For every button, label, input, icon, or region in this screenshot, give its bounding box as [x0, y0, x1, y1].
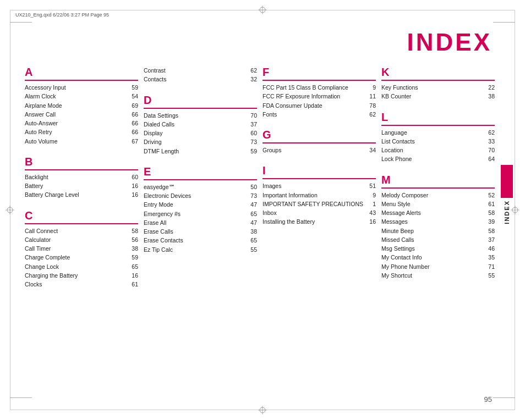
entry-name: Electronic Devices: [144, 191, 191, 200]
entry-page: 59: [127, 83, 138, 92]
list-item: My Contact Info35: [381, 253, 495, 262]
entry-page: 66: [127, 110, 138, 119]
entry-page: 9: [365, 191, 376, 200]
list-item: Charging the Battery16: [25, 271, 138, 280]
section-letter-L: L: [381, 111, 495, 126]
entry-name: Call Timer: [25, 244, 51, 253]
entry-name: Backlight: [25, 173, 48, 181]
entry-page: 62: [484, 128, 495, 137]
entry-page: 38: [127, 244, 138, 253]
deco-line-right-top: [493, 22, 515, 23]
entry-page: 67: [127, 137, 138, 146]
entry-name: Change Lock: [25, 262, 59, 271]
entry-name: Airplane Mode: [25, 101, 62, 110]
list-item: KB Counter38: [381, 92, 495, 101]
section-col3-I: IImages51Important Information9IMPORTANT…: [262, 164, 376, 226]
section-col3-F: FFCC Part 15 Class B Compliance9FCC RF E…: [262, 66, 376, 119]
index-content: AAccessory Input59Alarm Clock54Airplane …: [25, 66, 500, 393]
entry-name: Driving: [144, 137, 162, 146]
list-item: Erase Contacts65: [144, 236, 257, 245]
list-item: Images51: [262, 181, 376, 190]
section-letter-C: C: [25, 209, 138, 224]
entry-page: 55: [484, 271, 495, 280]
entry-name: Erase All: [144, 218, 166, 227]
entry-page: 16: [127, 271, 138, 280]
entry-name: My Shortcut: [381, 271, 412, 280]
entry-page: 71: [484, 262, 495, 271]
list-item: Data Settings70: [144, 111, 257, 120]
column-col1: AAccessory Input59Alarm Clock54Airplane …: [25, 66, 144, 393]
entry-name: List Contacts: [381, 137, 415, 146]
entry-name: Call Connect: [25, 226, 58, 235]
list-item: Melody Composer52: [381, 191, 495, 200]
entry-name: Key Functions: [381, 83, 418, 92]
entry-name: Language: [381, 128, 407, 137]
deco-line-left-top: [10, 22, 32, 23]
entry-page: 58: [127, 226, 138, 235]
entry-page: 69: [127, 101, 138, 110]
deco-line-right-bottom: [493, 397, 515, 398]
list-item: Auto Retry66: [25, 128, 138, 136]
section-letter-E: E: [144, 165, 257, 180]
entry-name: Contrast: [144, 66, 166, 75]
list-item: Answer Call66: [25, 110, 138, 119]
list-item: Contrast62: [144, 66, 257, 75]
entry-page: 46: [484, 244, 495, 253]
entry-name: Inbox: [262, 208, 277, 217]
column-col3: FFCC Part 15 Class B Compliance9FCC RF E…: [262, 66, 381, 393]
file-info: UX210_Eng.qxd 6/22/06 3:27 PM Page 95: [15, 12, 109, 18]
section-col2-E: Eeasyedge℠50Electronic Devices73Entry Mo…: [144, 165, 257, 254]
entry-page: 58: [484, 226, 495, 235]
list-item: Language62: [381, 128, 495, 137]
entry-name: My Contact Info: [381, 253, 422, 262]
list-item: Minute Beep58: [381, 226, 495, 235]
entry-page: 11: [365, 92, 376, 101]
list-item: Installing the Battery16: [262, 217, 376, 226]
list-item: Message Alerts58: [381, 208, 495, 217]
entry-name: Alarm Clock: [25, 92, 56, 101]
entry-name: Data Settings: [144, 111, 178, 120]
entry-name: Erase Calls: [144, 227, 173, 236]
list-item: easyedge℠50: [144, 183, 257, 191]
list-item: DTMF Length59: [144, 147, 257, 156]
entry-page: 34: [365, 146, 376, 154]
entry-name: Accessory Input: [25, 83, 66, 92]
entry-name: Installing the Battery: [262, 217, 315, 226]
list-item: Fonts62: [262, 110, 376, 119]
list-item: Lock Phone64: [381, 154, 495, 163]
list-item: Backlight60: [25, 173, 138, 181]
entry-page: 66: [127, 119, 138, 128]
list-item: Emergency #s65: [144, 209, 257, 218]
list-item: Airplane Mode69: [25, 101, 138, 110]
entry-name: Display: [144, 129, 162, 137]
entry-name: easyedge℠: [144, 183, 175, 191]
entry-page: 47: [246, 200, 257, 209]
entry-page: 60: [127, 173, 138, 181]
section-col1-C: CCall Connect58Calculator56Call Timer38C…: [25, 209, 138, 289]
entry-name: Battery: [25, 181, 43, 190]
list-item: Electronic Devices73: [144, 191, 257, 200]
section-letter-A: A: [25, 66, 138, 81]
entry-page: 9: [365, 83, 376, 92]
entry-name: Minute Beep: [381, 226, 414, 235]
section-col2-cont: Contrast62Contacts32: [144, 66, 257, 84]
entry-name: Dialed Calls: [144, 120, 174, 129]
entry-name: Fonts: [262, 110, 277, 119]
entry-name: KB Counter: [381, 92, 411, 101]
reg-mark-bottom: [258, 406, 267, 415]
entry-name: Emergency #s: [144, 209, 181, 218]
entry-page: 22: [484, 83, 495, 92]
entry-page: 43: [365, 208, 376, 217]
entry-page: 66: [127, 128, 138, 136]
entry-name: Ez Tip Calc: [144, 245, 173, 254]
entry-name: FCC Part 15 Class B Compliance: [262, 83, 348, 92]
list-item: Erase Calls38: [144, 227, 257, 236]
entry-page: 16: [365, 217, 376, 226]
entry-page: 73: [246, 191, 257, 200]
section-col2-D: DData Settings70Dialed Calls37Display60D…: [144, 94, 257, 156]
section-col4-K: KKey Functions22KB Counter38: [381, 66, 495, 101]
list-item: Menu Style61: [381, 200, 495, 208]
entry-page: 65: [246, 209, 257, 218]
entry-page: 59: [246, 147, 257, 156]
entry-name: Entry Mode: [144, 200, 173, 209]
